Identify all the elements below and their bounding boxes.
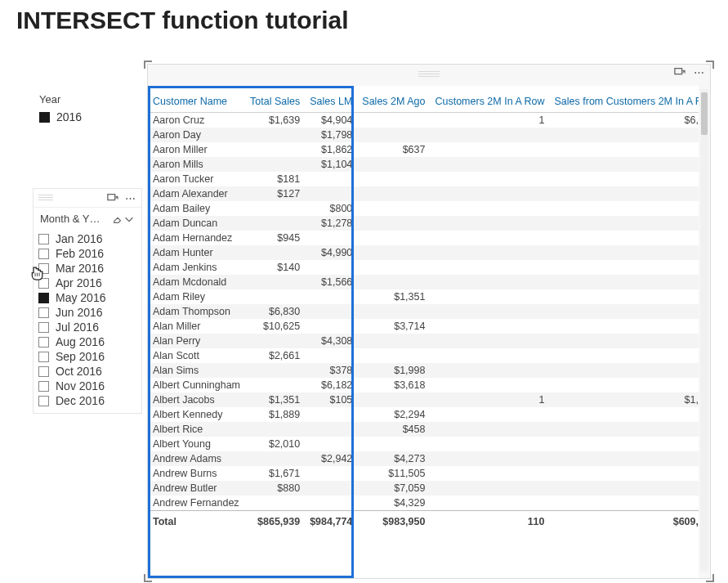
checkbox-icon[interactable] — [38, 381, 49, 392]
checkbox-icon[interactable] — [38, 366, 49, 377]
table-cell — [305, 437, 357, 451]
table-cell — [550, 466, 699, 481]
table-cell — [357, 128, 430, 142]
table-row[interactable]: Adam Riley$1,351 — [148, 289, 699, 304]
checkbox-icon[interactable] — [38, 249, 49, 259]
drag-handle-icon[interactable] — [38, 195, 53, 201]
checkbox-icon[interactable] — [38, 263, 49, 274]
table-row[interactable]: Andrew Adams$2,942$4,273 — [148, 451, 699, 466]
table-row[interactable]: Adam Alexander$127 — [148, 186, 699, 201]
month-slicer-item[interactable]: Aug 2016 — [38, 334, 136, 349]
scrollbar-thumb[interactable] — [701, 92, 708, 135]
table-row[interactable]: Adam Thompson$6,830 — [148, 304, 699, 319]
table-row[interactable]: Aaron Day$1,798 — [148, 128, 699, 142]
table-row[interactable]: Aaron Miller$1,862$637 — [148, 142, 699, 157]
checkbox-checked-icon[interactable] — [38, 293, 49, 303]
vertical-scrollbar[interactable] — [700, 89, 708, 572]
focus-mode-icon[interactable] — [107, 192, 118, 204]
month-slicer[interactable]: ⋯ Month & Y… Jan 2016Feb 2016Mar 2016Apr… — [33, 188, 142, 414]
col-header[interactable]: Sales 2M Ago — [357, 86, 430, 113]
checkbox-icon[interactable] — [38, 337, 49, 348]
table-row[interactable]: Albert Jacobs$1,351$1051$1,456 — [148, 392, 699, 407]
table-cell: $2,010 — [245, 437, 305, 451]
table-row[interactable]: Adam Hunter$4,990 — [148, 245, 699, 260]
table-cell — [305, 319, 357, 334]
month-slicer-item[interactable]: Nov 2016 — [38, 379, 136, 393]
table-row[interactable]: Adam Bailey$800 — [148, 201, 699, 216]
col-header[interactable]: Sales from Customers 2M In A Row — [550, 86, 699, 113]
col-header[interactable]: Total Sales — [245, 86, 305, 113]
table-visual[interactable]: ⋯ Customer Name Total Sales Sales LM Sal… — [147, 64, 711, 579]
table-row[interactable]: Aaron Mills$1,104 — [148, 157, 699, 172]
year-slicer[interactable]: Year 2016 — [39, 93, 129, 123]
table-cell — [305, 496, 357, 511]
more-options-icon[interactable]: ⋯ — [694, 66, 705, 78]
col-header[interactable]: Customer Name — [148, 86, 245, 113]
checkbox-icon[interactable] — [38, 396, 49, 406]
year-slicer-item[interactable]: 2016 — [39, 110, 129, 123]
table-row[interactable]: Alan Perry$4,308 — [148, 334, 699, 348]
table-cell — [550, 172, 699, 186]
table-row[interactable]: Albert Cunningham$6,182$3,618 — [148, 378, 699, 392]
month-slicer-item[interactable]: May 2016 — [38, 290, 136, 305]
table-row[interactable]: Andrew Butler$880$7,059 — [148, 481, 699, 496]
table-cell — [245, 245, 305, 260]
month-slicer-item[interactable]: Feb 2016 — [38, 246, 136, 261]
table-cell — [430, 260, 549, 275]
table-cell: Alan Sims — [148, 363, 245, 378]
table-row[interactable]: Adam Hernandez$945 — [148, 231, 699, 245]
table-row[interactable]: Andrew Burns$1,671$11,505 — [148, 466, 699, 481]
table-cell: Aaron Day — [148, 128, 245, 142]
focus-mode-icon[interactable] — [674, 66, 686, 78]
table-row[interactable]: Alan Sims$378$1,998 — [148, 363, 699, 378]
visual-topbar — [148, 66, 710, 83]
month-slicer-item[interactable]: Mar 2016 — [38, 261, 136, 276]
checkbox-icon[interactable] — [38, 322, 49, 333]
more-options-icon[interactable]: ⋯ — [125, 192, 136, 204]
drag-handle-icon[interactable] — [418, 71, 440, 78]
table-row[interactable]: Albert Young$2,010 — [148, 437, 699, 451]
table-cell: Aaron Miller — [148, 142, 245, 157]
table-row[interactable]: Alan Scott$2,661 — [148, 348, 699, 363]
clear-selection-icon[interactable] — [112, 213, 123, 225]
table-cell: Alan Miller — [148, 319, 245, 334]
table-cell — [430, 128, 549, 142]
table-row[interactable]: Alan Miller$10,625$3,714 — [148, 319, 699, 334]
table-cell: $1,671 — [245, 466, 305, 481]
resize-handle-icon[interactable] — [706, 574, 714, 582]
checkbox-icon[interactable] — [38, 307, 49, 318]
table-row[interactable]: Adam Mcdonald$1,566 — [148, 275, 699, 289]
table-row[interactable]: Adam Duncan$1,278 — [148, 216, 699, 231]
table-cell: $6,543 — [550, 113, 699, 128]
month-slicer-item[interactable]: Oct 2016 — [38, 364, 136, 379]
checkbox-icon[interactable] — [38, 234, 49, 244]
col-header[interactable]: Customers 2M In A Row — [430, 86, 549, 113]
table-row[interactable]: Adam Jenkins$140 — [148, 260, 699, 275]
month-slicer-item[interactable]: Jul 2016 — [38, 320, 136, 334]
month-slicer-item[interactable]: Jun 2016 — [38, 305, 136, 320]
table-cell: Adam Hunter — [148, 245, 245, 260]
table-cell — [430, 142, 549, 157]
checkbox-icon[interactable] — [38, 352, 49, 362]
table-row[interactable]: Albert Kennedy$1,889$2,294 — [148, 407, 699, 422]
month-slicer-item[interactable]: Apr 2016 — [38, 276, 136, 290]
table-row[interactable]: Andrew Fernandez$4,329 — [148, 496, 699, 511]
checkbox-checked-icon[interactable] — [39, 112, 50, 123]
table-cell: Adam Hernandez — [148, 231, 245, 245]
checkbox-icon[interactable] — [38, 278, 49, 289]
table-cell: Adam Alexander — [148, 186, 245, 201]
total-value: $984,774 — [305, 511, 357, 533]
table-row[interactable]: Albert Rice$458 — [148, 422, 699, 437]
table-cell — [305, 466, 357, 481]
month-slicer-item[interactable]: Sep 2016 — [38, 349, 136, 364]
table-cell: Alan Perry — [148, 334, 245, 348]
table-scroll-area[interactable]: Customer Name Total Sales Sales LM Sales… — [148, 86, 699, 578]
table-row[interactable]: Aaron Cruz$1,639$4,9041$6,543 — [148, 113, 699, 128]
month-slicer-item[interactable]: Jan 2016 — [38, 231, 136, 246]
table-row[interactable]: Aaron Tucker$181 — [148, 172, 699, 186]
table-cell — [550, 245, 699, 260]
month-slicer-item[interactable]: Dec 2016 — [38, 393, 136, 408]
table-cell — [357, 157, 430, 172]
col-header[interactable]: Sales LM — [305, 86, 357, 113]
chevron-down-icon[interactable] — [123, 213, 135, 225]
